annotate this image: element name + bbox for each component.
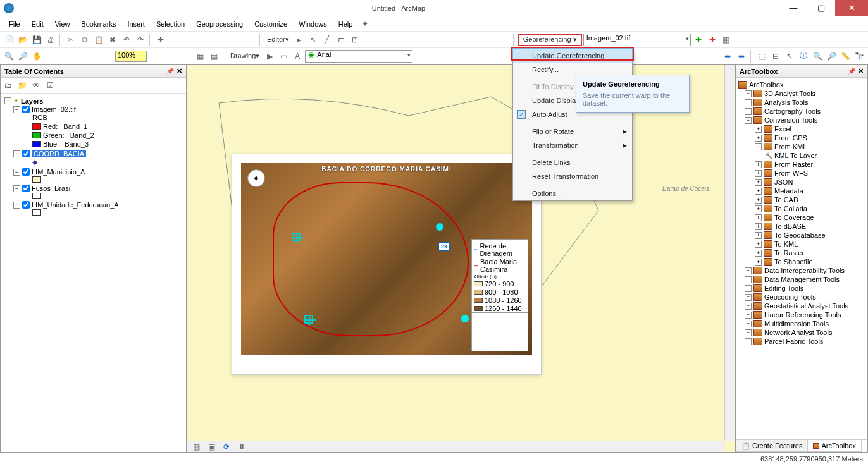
layer-checkbox[interactable]	[22, 185, 30, 192]
tools-toolbar: 🔍 🔎 ✋ 100% ▦ ▤ Drawing▾ ▶ ▭ A ◉Arial ⬅ ➡…	[0, 48, 868, 64]
control-point[interactable]	[436, 223, 443, 231]
paste-icon[interactable]: 📋	[92, 34, 105, 46]
maximize-button[interactable]: ▢	[807, 0, 835, 16]
georef-add-control-icon[interactable]: ✚	[692, 34, 705, 46]
app-icon	[4, 3, 14, 13]
edit-tool-icon[interactable]: ↖	[307, 34, 319, 46]
new-icon[interactable]: 📄	[3, 34, 15, 46]
control-point[interactable]	[292, 233, 301, 241]
text-icon[interactable]: A	[291, 50, 304, 63]
next-extent-icon[interactable]: ➡	[735, 50, 748, 63]
control-point[interactable]	[304, 315, 313, 324]
layer-checkbox[interactable]	[22, 150, 30, 157]
layer-selected[interactable]: COORD_BACIA	[32, 150, 86, 157]
layer-checkbox[interactable]	[22, 201, 30, 209]
find-binoculars-icon[interactable]: 🔭	[853, 50, 865, 63]
editor-label[interactable]: Editor▾	[264, 35, 292, 44]
pointer-icon[interactable]: ↖	[783, 50, 796, 63]
menu-delete-links[interactable]: Delete Links	[513, 156, 632, 169]
close-icon[interactable]: ✕	[177, 67, 182, 75]
delete-icon[interactable]: ✖	[106, 34, 119, 46]
menu-file[interactable]: File	[4, 18, 25, 30]
pan-icon[interactable]: ✋	[30, 50, 43, 63]
menu-geoprocessing[interactable]: Geoprocessing	[191, 18, 248, 30]
search-icon[interactable]: 🔍	[811, 50, 824, 63]
arctoolbox-tabs: 📋 Create Features ArcToolbox	[736, 439, 867, 452]
data-view-icon[interactable]: ▦	[190, 441, 202, 453]
close-button[interactable]: ✕	[835, 0, 868, 16]
select-arrow-icon[interactable]: ▶	[263, 50, 276, 63]
pin-icon[interactable]: 📌	[166, 68, 174, 75]
georef-auto-icon[interactable]: ✚	[706, 34, 719, 46]
redo-icon[interactable]: ↷	[134, 34, 147, 46]
menu-windows[interactable]: Windows	[294, 18, 332, 30]
arctoolbox-panel: ArcToolbox📌✕ ArcToolbox + 3D Analyst Too…	[735, 64, 868, 453]
menu-reset-transformation[interactable]: Reset Transformation	[513, 169, 632, 183]
zoom-percent-input[interactable]: 100%	[115, 51, 147, 62]
rectangle-icon[interactable]: ▭	[277, 50, 290, 63]
print-icon[interactable]: 🖨	[44, 34, 57, 46]
arctoolbox-tree[interactable]: ArcToolbox + 3D Analyst Tools + Analysis…	[736, 78, 867, 439]
menu-edit[interactable]: Edit	[27, 18, 49, 30]
copy-icon[interactable]: ⧉	[78, 34, 91, 46]
refresh-icon[interactable]: ⟳	[220, 441, 233, 453]
save-icon[interactable]: 💾	[30, 34, 43, 46]
scrollbar-vertical[interactable]	[724, 65, 735, 441]
select-features-icon[interactable]: ⬚	[755, 50, 768, 63]
menu-view[interactable]: View	[50, 18, 75, 30]
menu-bookmarks[interactable]: Bookmarks	[76, 18, 121, 30]
menu-options[interactable]: Options...	[513, 186, 632, 200]
georef-layer-select[interactable]: Imagem_02.tif	[583, 34, 691, 46]
menu-insert[interactable]: Insert	[122, 18, 150, 30]
georef-link-table-icon[interactable]: ▦	[720, 34, 733, 46]
clear-selection-icon[interactable]: ⊟	[769, 50, 782, 63]
toc-tree[interactable]: −✦ Layers − Imagem_02.tif RGB Red: Band_…	[1, 94, 186, 452]
editor-tool-icon[interactable]: ╱	[321, 34, 333, 46]
compass-icon: ✦	[247, 169, 265, 187]
layout-icon[interactable]: ▤	[208, 50, 220, 63]
tab-create-features[interactable]: 📋 Create Features	[736, 440, 808, 452]
help-icon[interactable]: ✦	[359, 18, 371, 30]
menu-help[interactable]: Help	[333, 18, 358, 30]
editor-tool-icon[interactable]: ⊡	[349, 34, 361, 46]
prev-extent-icon[interactable]: ⬅	[721, 50, 734, 63]
list-by-source-icon[interactable]: 📁	[16, 79, 28, 92]
undo-icon[interactable]: ↶	[120, 34, 133, 46]
pin-icon[interactable]: 📌	[848, 68, 855, 75]
menu-flip-rotate[interactable]: Flip or Rotate▶	[513, 125, 632, 138]
standard-toolbar: 📄 📂 💾 🖨 ✂ ⧉ 📋 ✖ ↶ ↷ ✚ Editor▾ ▸ ↖ ╱ ⊏ ⊡ …	[0, 32, 868, 48]
zoom-in-icon[interactable]: 🔍	[3, 50, 15, 63]
open-icon[interactable]: 📂	[16, 34, 29, 46]
map-title: BACIA DO CÓRREGO MARIA CASIMI	[241, 166, 532, 173]
menu-update-georeferencing[interactable]: Update Georeferencing	[512, 48, 633, 63]
drawing-label[interactable]: Drawing▾	[228, 52, 262, 60]
menu-selection[interactable]: Selection	[151, 18, 190, 30]
edit-arrow-icon[interactable]: ▸	[293, 34, 306, 46]
list-by-drawing-icon[interactable]: 🗂	[2, 79, 15, 92]
menu-customize[interactable]: Customize	[249, 18, 292, 30]
pause-icon[interactable]: ⏸	[235, 441, 248, 453]
tab-arctoolbox[interactable]: ArcToolbox	[807, 440, 861, 452]
editor-tool-icon[interactable]: ⊏	[335, 34, 347, 46]
minimize-button[interactable]: —	[779, 0, 807, 16]
layout-view-icon[interactable]: ▣	[205, 441, 218, 453]
status-bar: 638148,259 7790950,317 Meters	[0, 453, 868, 464]
find-icon[interactable]: 🔎	[825, 50, 838, 63]
map-view[interactable]: Barão de Cocais BACIA DO CÓRREGO MARIA C…	[187, 64, 735, 453]
layout-icon[interactable]: ▦	[194, 50, 206, 63]
layer-checkbox[interactable]	[22, 106, 30, 113]
font-select[interactable]: ◉Arial	[305, 50, 412, 63]
list-by-visibility-icon[interactable]: 👁	[30, 79, 42, 92]
add-data-icon[interactable]: ✚	[154, 34, 167, 46]
close-icon[interactable]: ✕	[858, 67, 864, 75]
list-by-selection-icon[interactable]: ☑	[44, 79, 56, 92]
georeferencing-dropdown[interactable]: Georeferencing ▾	[521, 35, 580, 44]
menu-transformation[interactable]: Transformation▶	[513, 138, 632, 152]
identify-icon[interactable]: ⓘ	[797, 50, 810, 63]
control-point[interactable]	[461, 315, 469, 322]
layer-checkbox[interactable]	[22, 168, 30, 176]
cut-icon[interactable]: ✂	[65, 34, 77, 46]
zoom-out-icon[interactable]: 🔎	[16, 50, 29, 63]
measure-icon[interactable]: 📏	[839, 50, 852, 63]
view-tabs: ▦ ▣ ⟳ ⏸	[187, 441, 724, 452]
